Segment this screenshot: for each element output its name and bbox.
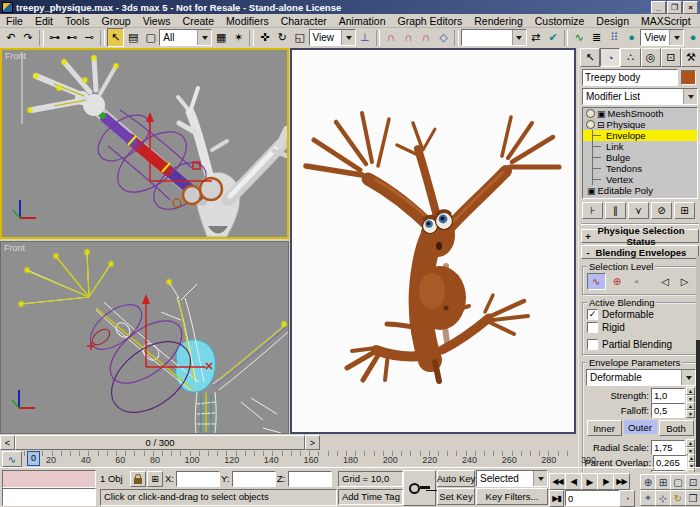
- pin-stack-icon[interactable]: ⊦: [582, 202, 603, 219]
- hierarchy-tab[interactable]: ∴: [620, 48, 640, 67]
- collapse-box-icon[interactable]: ⊟: [597, 120, 605, 130]
- quick-render-icon[interactable]: ●: [684, 28, 700, 47]
- minmax-toggle-icon[interactable]: ❐: [685, 490, 700, 506]
- deformable-option[interactable]: ✓ Deformable: [585, 308, 695, 321]
- arc-rotate-icon[interactable]: ↻: [670, 490, 686, 506]
- frame-back-button[interactable]: <: [0, 435, 15, 450]
- time-slider-handle[interactable]: 0: [27, 451, 40, 466]
- maxscript-mini-listener-white[interactable]: [2, 488, 96, 506]
- menu-create[interactable]: Create: [177, 15, 221, 27]
- select-region-icon[interactable]: ▢: [142, 28, 159, 47]
- rigid-option[interactable]: Rigid: [585, 321, 695, 334]
- chevron-down-icon[interactable]: [683, 89, 697, 104]
- current-frame-field[interactable]: [565, 490, 621, 506]
- time-slider-display[interactable]: 0 / 300: [15, 435, 305, 450]
- select-link-icon[interactable]: ⊶: [46, 28, 63, 47]
- stack-row-link[interactable]: Link: [583, 141, 697, 152]
- y-coord-field[interactable]: [232, 471, 276, 487]
- chevron-down-icon[interactable]: [533, 471, 547, 486]
- menu-customize[interactable]: Customize: [529, 15, 591, 27]
- prev-frame-icon[interactable]: ◀|: [565, 473, 582, 490]
- chevron-down-icon[interactable]: [669, 30, 683, 45]
- menu-design[interactable]: Design: [590, 15, 635, 27]
- schematic-icon[interactable]: ≣: [588, 28, 605, 47]
- spinner-up-down-icon[interactable]: ▲▼: [686, 402, 695, 418]
- select-by-name-icon[interactable]: ▤: [124, 28, 141, 47]
- display-tab[interactable]: ⊡: [661, 48, 681, 67]
- stack-row-vertex[interactable]: Vertex: [583, 174, 697, 185]
- object-name-field[interactable]: [582, 69, 678, 86]
- menu-graph-editors[interactable]: Graph Editors: [391, 15, 468, 27]
- chevron-down-icon[interactable]: [512, 30, 526, 45]
- menu-maxscript[interactable]: MAXScript: [635, 15, 697, 27]
- zoom-icon[interactable]: ⊕: [640, 474, 656, 490]
- panel-scrollbar[interactable]: [696, 256, 700, 472]
- key-filters-button[interactable]: Key Filters...: [476, 488, 548, 505]
- menu-help[interactable]: Help: [697, 15, 700, 27]
- render-type-select[interactable]: View: [640, 29, 684, 46]
- menu-rendering[interactable]: Rendering: [468, 15, 528, 27]
- track-bar[interactable]: ∿ 0 20 40 60 80 100 120 140 160 180 200 …: [0, 450, 578, 467]
- stack-row-physique[interactable]: ⊟ Physique: [583, 119, 697, 130]
- menu-file[interactable]: File: [0, 15, 29, 27]
- menu-group[interactable]: Group: [96, 15, 137, 27]
- utilities-tab[interactable]: ⚒: [681, 48, 700, 67]
- menu-tools[interactable]: Tools: [59, 15, 96, 27]
- partial-blending-option[interactable]: Partial Blending: [585, 338, 695, 351]
- viewport-front-shaded[interactable]: Front: [0, 48, 289, 239]
- expand-box-icon[interactable]: ▣: [587, 186, 596, 196]
- visibility-bulb-icon[interactable]: [586, 109, 595, 118]
- panel-scrollbar-thumb[interactable]: [696, 340, 700, 468]
- goto-end-icon[interactable]: ▶▶: [613, 473, 630, 490]
- radial-scale-field[interactable]: [651, 440, 685, 455]
- create-tab[interactable]: ↖: [580, 48, 600, 67]
- mirror-icon[interactable]: ⇄: [527, 28, 544, 47]
- menu-modifiers[interactable]: Modifiers: [220, 15, 275, 27]
- angle-snap-icon[interactable]: ∩: [400, 28, 417, 47]
- modify-tab[interactable]: ◔: [600, 48, 620, 67]
- ref-coord-select[interactable]: View: [309, 29, 357, 46]
- link-level-icon[interactable]: ∿: [587, 273, 606, 290]
- viewport-rendered[interactable]: [290, 48, 576, 434]
- add-time-tag[interactable]: Add Time Tag: [338, 489, 403, 505]
- redo-icon[interactable]: ↷: [19, 28, 36, 47]
- cross-section-level-icon[interactable]: ⊕: [609, 274, 626, 289]
- undo-icon[interactable]: ↶: [2, 28, 19, 47]
- minimize-button[interactable]: _: [651, 1, 666, 14]
- viewport-label[interactable]: Front: [4, 243, 25, 253]
- next-link-icon[interactable]: ▷: [676, 274, 693, 289]
- absolute-mode-icon[interactable]: ⊞: [147, 471, 163, 487]
- menu-animation[interactable]: Animation: [333, 15, 392, 27]
- modifier-list-select[interactable]: Modifier List: [582, 88, 698, 105]
- rollout-physique-selection-status[interactable]: + Physique Selection Status: [581, 229, 699, 243]
- outer-button[interactable]: Outer: [624, 420, 657, 434]
- align-icon[interactable]: ✔: [544, 28, 561, 47]
- remove-modifier-icon[interactable]: ⊘: [651, 202, 672, 219]
- stack-row-bulge[interactable]: Bulge: [583, 152, 697, 163]
- use-center-icon[interactable]: ⊥: [356, 28, 373, 47]
- snap-3d-icon[interactable]: ∩: [382, 28, 399, 47]
- percent-snap-icon[interactable]: ∩: [417, 28, 434, 47]
- rotate-icon[interactable]: ↻: [274, 28, 291, 47]
- time-config-icon[interactable]: ◔: [619, 490, 635, 507]
- frame-forward-button[interactable]: >: [305, 435, 320, 450]
- play-icon[interactable]: ▶: [581, 473, 598, 490]
- configure-modifier-sets-icon[interactable]: ⊞: [674, 202, 695, 219]
- restore-button[interactable]: ❐: [667, 1, 682, 14]
- spinner-up-down-icon[interactable]: ▲▼: [686, 387, 695, 403]
- pan-icon[interactable]: ⊹: [655, 490, 671, 506]
- zoom-all-icon[interactable]: ⊞: [655, 474, 671, 490]
- zoom-extents-all-icon[interactable]: ⊡: [685, 474, 700, 490]
- named-sets-select[interactable]: [461, 29, 527, 46]
- visibility-bulb-icon[interactable]: [586, 120, 595, 129]
- x-coord-field[interactable]: [176, 471, 220, 487]
- viewport-front-wireframe[interactable]: Front: [0, 241, 289, 434]
- viewport-label[interactable]: Front: [5, 51, 26, 61]
- checkbox-icon[interactable]: [587, 339, 598, 350]
- goto-start-icon[interactable]: ◀◀: [549, 473, 566, 490]
- select-manipulate-icon[interactable]: ✶: [230, 28, 247, 47]
- window-crossing-icon[interactable]: ▦: [212, 28, 229, 47]
- envelope-type-select[interactable]: Deformable: [586, 369, 696, 386]
- chevron-down-icon[interactable]: [197, 30, 211, 45]
- falloff-field[interactable]: [651, 403, 685, 418]
